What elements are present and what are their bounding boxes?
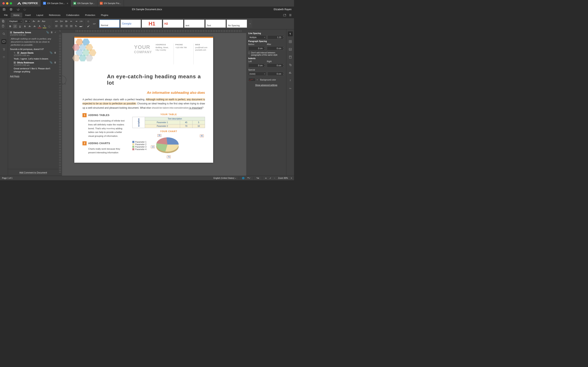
align-left-icon[interactable]	[55, 24, 58, 28]
increase-indent-icon[interactable]: ⇥	[74, 19, 78, 23]
image-settings-icon[interactable]	[288, 47, 293, 52]
line-spacing-icon[interactable]: ↕≡▾	[79, 19, 83, 23]
shading-icon[interactable]: ▬▾	[79, 24, 83, 28]
align-center-icon[interactable]	[60, 24, 63, 28]
document-page[interactable]: YOUR COMPANY ADDRESS Building, Street, C…	[74, 37, 213, 163]
spellcheck-icon[interactable]: 🌐	[242, 177, 244, 179]
track-changes-icon[interactable]: ✎▾	[256, 177, 259, 179]
menu-references[interactable]: References	[46, 13, 63, 17]
insert-shape-icon[interactable]: ▭▾	[93, 22, 96, 25]
menu-protection[interactable]: Protection	[82, 13, 98, 17]
comments-icon[interactable]	[1, 39, 6, 44]
special-indent-select[interactable]: (none)▾	[248, 72, 266, 76]
format-painter-icon[interactable]: 🖌	[86, 24, 90, 28]
tab-presentation[interactable]: ▭ EN Sample Pre...	[97, 0, 124, 7]
highlight-color-icon[interactable]: ✎	[43, 25, 46, 28]
no-interval-checkbox[interactable]: Don't add interval between paragraphs of…	[248, 52, 284, 56]
delete-icon[interactable]: 🗑	[54, 51, 56, 54]
attach-icon[interactable]: 📎	[46, 31, 49, 34]
style-normal[interactable]: Normal	[99, 20, 120, 28]
headings-icon[interactable]	[1, 47, 6, 52]
close-icon[interactable]: ×	[67, 2, 68, 5]
spacing-after-input[interactable]: 0 cm	[267, 46, 284, 50]
change-case-icon[interactable]: Aa▾	[42, 19, 45, 23]
background-color-swatch[interactable]	[248, 78, 256, 82]
tab-spreadsheet[interactable]: ▦ EN Sample Spr...	[71, 0, 97, 7]
print-icon[interactable]	[9, 8, 13, 11]
add-comment-button[interactable]: Add Comment to Document	[19, 171, 47, 174]
special-indent-value-input[interactable]: 0 cm	[268, 72, 284, 76]
eraser-icon[interactable]: ◇	[86, 19, 90, 23]
line-spacing-mode-select[interactable]: Multiple▾	[248, 35, 266, 39]
header-footer-icon[interactable]	[288, 55, 293, 59]
fit-page-icon[interactable]: ⇔	[265, 177, 267, 179]
tab-document[interactable]: ≡ EN Sample Doc... ×	[41, 0, 71, 7]
strikethrough-icon[interactable]: S	[23, 25, 27, 28]
advanced-settings-link[interactable]: Show advanced settings	[248, 84, 284, 86]
undo-icon[interactable]	[16, 8, 20, 11]
style-text[interactable]: Text	[205, 20, 226, 28]
menu-insert[interactable]: Insert	[22, 13, 34, 17]
menu-collaboration[interactable]: Collaboration	[63, 13, 82, 17]
chevron-down-icon[interactable]: ▾	[257, 79, 258, 81]
style-georgia[interactable]: Georgia	[121, 20, 141, 28]
resolve-icon[interactable]: ✓	[54, 31, 56, 34]
shape-settings-icon[interactable]	[288, 62, 293, 67]
attach-icon[interactable]: 📎	[50, 51, 52, 54]
increase-font-icon[interactable]: A▴	[32, 19, 36, 23]
align-justify-icon[interactable]	[69, 24, 73, 28]
copy-icon[interactable]	[1, 19, 5, 23]
numbering-icon[interactable]: 1≡▾	[60, 19, 63, 23]
minimize-window-icon[interactable]	[6, 2, 8, 4]
menu-home[interactable]: Home	[11, 13, 22, 17]
comment-thread[interactable]: Samantha Jones 📎 🗑 ✓ 1/1/1970 3:00 am Al…	[8, 29, 58, 81]
add-reply-button[interactable]: Add Reply	[10, 75, 19, 78]
italic-icon[interactable]: I	[13, 25, 17, 28]
paragraph-settings-icon[interactable]: ¶	[288, 31, 293, 36]
style-text-lc[interactable]: text	[184, 20, 205, 28]
font-name-select[interactable]: Elephant▾	[8, 19, 23, 23]
chart-settings-icon[interactable]	[288, 70, 293, 75]
zoom-level[interactable]: Zoom 90%	[278, 177, 288, 179]
vertical-ruler[interactable]	[58, 33, 62, 176]
redo-icon[interactable]	[23, 8, 26, 11]
bold-icon[interactable]: B	[8, 25, 12, 28]
font-color-icon[interactable]: A	[38, 25, 42, 28]
signature-icon[interactable]	[288, 86, 293, 91]
menu-file[interactable]: File	[1, 13, 11, 17]
nonprinting-icon[interactable]: ¶▾	[74, 24, 78, 28]
feedback-icon[interactable]	[1, 55, 6, 59]
bullets-icon[interactable]: •≡▾	[55, 19, 58, 23]
decrease-font-icon[interactable]: A▾	[37, 19, 41, 23]
open-location-icon[interactable]	[283, 13, 286, 17]
line-spacing-value-input[interactable]: 1.15	[268, 35, 284, 39]
spacing-before-input[interactable]: 0 cm	[248, 46, 266, 50]
menu-plugins[interactable]: Plugins	[98, 13, 111, 17]
clear-style-icon[interactable]: ◌	[48, 25, 51, 28]
maximize-window-icon[interactable]	[10, 2, 12, 4]
attach-icon[interactable]: 📎	[50, 61, 52, 64]
delete-icon[interactable]: 🗑	[54, 61, 56, 64]
view-settings-icon[interactable]	[289, 13, 292, 17]
indent-left-input[interactable]: 0 cm	[248, 63, 266, 67]
style-h2[interactable]: H2	[163, 20, 183, 28]
search-icon[interactable]	[1, 31, 6, 36]
save-icon[interactable]	[2, 8, 6, 11]
style-no-spacing[interactable]: No Spacing	[227, 20, 247, 28]
text-art-icon[interactable]: T	[288, 78, 293, 83]
document-canvas[interactable]: YOUR COMPANY ADDRESS Building, Street, C…	[62, 33, 246, 176]
table-settings-icon[interactable]	[288, 39, 293, 44]
subscript-icon[interactable]: A2	[33, 25, 36, 28]
multilevel-icon[interactable]: ≣▾	[65, 19, 68, 23]
language-select[interactable]: English (United States) ▴	[214, 177, 236, 179]
paste-icon[interactable]	[1, 24, 5, 28]
delete-icon[interactable]: 🗑	[51, 31, 53, 34]
indent-right-input[interactable]: 0 cm	[267, 63, 284, 67]
align-right-icon[interactable]	[65, 24, 68, 28]
style-more-icon[interactable]: ▾	[248, 20, 252, 28]
page-indicator[interactable]: Page 1 of 1	[2, 177, 12, 179]
font-size-select[interactable]: 14▾	[24, 19, 31, 23]
menu-layout[interactable]: Layout	[34, 13, 46, 17]
underline-icon[interactable]: U	[18, 25, 22, 28]
superscript-icon[interactable]: A2	[28, 25, 32, 28]
